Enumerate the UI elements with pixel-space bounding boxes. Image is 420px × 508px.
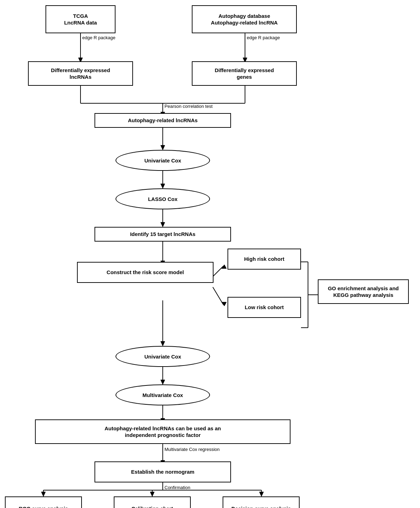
svg-line-17 xyxy=(213,266,223,277)
svg-marker-28 xyxy=(161,380,165,384)
decision-box: Decision curve analysis xyxy=(223,496,300,508)
high-risk-box: High risk cohort xyxy=(227,249,301,270)
go-kegg-box: GO enrichment analysis and KEGG pathway … xyxy=(318,279,409,304)
svg-marker-14 xyxy=(161,222,165,227)
autophagy-related-label: Autophagy-related lncRNAs xyxy=(128,117,197,124)
diff-genes-label: Differentially expressed genes xyxy=(215,67,274,81)
construct-model-label: Construct the risk score model xyxy=(107,269,184,276)
autophagy-related-box: Autophagy-related lncRNAs xyxy=(94,113,231,128)
go-kegg-label: GO enrichment analysis and KEGG pathway … xyxy=(328,285,399,299)
roc-box: ROC curve analysis xyxy=(5,496,82,508)
edge-r-right-label: edge R package xyxy=(247,35,280,40)
multivariate-reg-label: Multivariate Cox regression xyxy=(164,447,220,452)
lasso-cox-label: LASSO Cox xyxy=(148,196,177,202)
low-risk-box: Low risk cohort xyxy=(227,297,301,318)
low-risk-label: Low risk cohort xyxy=(245,304,284,311)
identify-15-box: Identify 15 target lncRNAs xyxy=(94,227,231,242)
decision-label: Decision curve analysis xyxy=(231,505,291,508)
independent-factor-label: Autophagy-related lncRNAs can be used as… xyxy=(105,425,221,439)
autophagy-db-label: Autophagy database Autophagy-related lnc… xyxy=(211,13,278,26)
diff-genes-box: Differentially expressed genes xyxy=(192,61,297,86)
normogram-label: Establish the normogram xyxy=(131,468,195,475)
edge-r-left-label: edge R package xyxy=(82,35,115,40)
autophagy-db-box: Autophagy database Autophagy-related lnc… xyxy=(192,5,297,33)
calibration-box: Calibration chart xyxy=(114,496,191,508)
roc-label: ROC curve analysis xyxy=(19,505,68,508)
univariate-cox2-oval: Univariate Cox xyxy=(115,346,210,367)
svg-marker-10 xyxy=(161,145,165,150)
univariate-cox1-label: Univariate Cox xyxy=(144,158,181,163)
construct-model-box: Construct the risk score model xyxy=(77,262,214,283)
calibration-label: Calibration chart xyxy=(131,505,173,508)
univariate-cox1-oval: Univariate Cox xyxy=(115,150,210,171)
univariate-cox2-label: Univariate Cox xyxy=(144,354,181,360)
tcga-box: TCGA LncRNA data xyxy=(46,5,115,33)
lasso-cox-oval: LASSO Cox xyxy=(115,188,210,209)
high-risk-label: High risk cohort xyxy=(244,256,284,263)
pearson-label: Pearson correlation test xyxy=(164,104,212,109)
svg-marker-38 xyxy=(150,492,154,496)
diff-lncrnas-label: Differentially expressed lncRNAs xyxy=(51,67,110,81)
multivariate-cox1-oval: Multivariate Cox xyxy=(115,384,210,405)
independent-factor-box: Autophagy-related lncRNAs can be used as… xyxy=(35,419,290,444)
svg-line-19 xyxy=(213,287,223,305)
tcga-label: TCGA LncRNA data xyxy=(64,13,97,26)
svg-marker-36 xyxy=(41,492,46,496)
svg-marker-18 xyxy=(222,265,226,269)
multivariate-cox1-label: Multivariate Cox xyxy=(142,392,183,398)
svg-marker-12 xyxy=(161,184,165,188)
diagram: TCGA LncRNA data Autophagy database Auto… xyxy=(0,0,420,508)
diff-lncrnas-box: Differentially expressed lncRNAs xyxy=(28,61,133,86)
confirmation-label: Confirmation xyxy=(164,485,190,490)
normogram-box: Establish the normogram xyxy=(94,461,231,482)
svg-marker-40 xyxy=(259,492,264,496)
svg-marker-20 xyxy=(222,302,226,306)
svg-marker-26 xyxy=(161,341,165,346)
identify-15-label: Identify 15 target lncRNAs xyxy=(130,231,196,238)
